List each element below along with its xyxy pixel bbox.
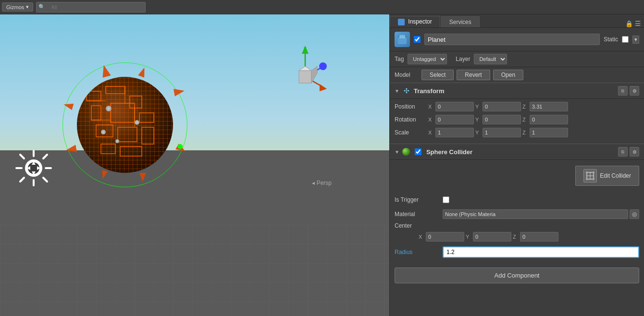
svg-rect-35 bbox=[299, 71, 311, 83]
persp-label: ◂ Persp bbox=[312, 180, 332, 186]
svg-point-48 bbox=[586, 178, 588, 180]
tab-right-icons: 🔒 ☰ bbox=[625, 20, 644, 27]
scale-x-input[interactable] bbox=[435, 128, 474, 137]
sun-icon bbox=[14, 149, 53, 187]
svg-line-6 bbox=[43, 178, 47, 182]
pos-y-input[interactable] bbox=[483, 102, 521, 111]
transform-settings-btn[interactable]: ⚙ bbox=[630, 86, 639, 96]
center-x-input[interactable] bbox=[426, 232, 464, 242]
inspector-panel: Inspector Services 🔒 ☰ Stati bbox=[389, 14, 644, 316]
svg-marker-37 bbox=[311, 66, 317, 83]
center-z-input[interactable] bbox=[520, 232, 558, 242]
add-component-btn[interactable]: Add Component bbox=[395, 267, 639, 283]
transform-collapse-arrow[interactable]: ▼ bbox=[395, 88, 399, 94]
layer-label: Layer bbox=[456, 56, 470, 62]
position-axis-group: X Y Z bbox=[428, 102, 639, 111]
layer-dropdown[interactable]: Default bbox=[474, 54, 507, 64]
is-trigger-label: Is Trigger bbox=[395, 196, 443, 203]
tag-dropdown[interactable]: Untagged bbox=[408, 54, 447, 64]
search-input[interactable] bbox=[47, 2, 143, 12]
center-y-input[interactable] bbox=[473, 232, 511, 242]
inspector-tab-icon bbox=[398, 19, 405, 25]
svg-rect-23 bbox=[101, 144, 115, 154]
transform-copy-btn[interactable]: ⎘ bbox=[618, 86, 628, 96]
object-name-input[interactable] bbox=[424, 34, 600, 45]
pos-z-input[interactable] bbox=[530, 102, 568, 111]
rot-z-label: Z bbox=[522, 117, 528, 122]
rot-x-input[interactable] bbox=[435, 115, 474, 124]
ground-plane bbox=[0, 150, 389, 316]
material-input[interactable] bbox=[443, 209, 628, 219]
collider-enabled-checkbox[interactable] bbox=[415, 148, 421, 155]
inspector-tabs: Inspector Services 🔒 ☰ bbox=[390, 14, 644, 28]
edit-collider-btn[interactable]: Edit Collider bbox=[575, 166, 639, 186]
static-dropdown-btn[interactable]: ▾ bbox=[632, 36, 639, 44]
material-picker-btn[interactable]: ◎ bbox=[630, 209, 639, 219]
scale-z-label: Z bbox=[522, 130, 528, 135]
svg-rect-40 bbox=[399, 35, 405, 38]
planet-object[interactable] bbox=[62, 62, 187, 187]
radius-row: Radius bbox=[395, 245, 639, 259]
static-checkbox[interactable] bbox=[622, 36, 629, 43]
collider-title: Sphere Collider bbox=[426, 148, 615, 156]
edit-collider-icon bbox=[583, 169, 597, 182]
rot-y-input[interactable] bbox=[483, 115, 521, 124]
material-row: Material ◎ bbox=[395, 208, 639, 220]
is-trigger-checkbox[interactable] bbox=[443, 196, 449, 203]
tab-services[interactable]: Services bbox=[441, 16, 480, 27]
gizmos-dropdown-icon: ▾ bbox=[26, 4, 29, 10]
rot-x-label: X bbox=[428, 117, 434, 122]
sphere-collider-icon bbox=[402, 148, 410, 156]
scale-y-input[interactable] bbox=[483, 128, 521, 137]
edit-collider-label: Edit Collider bbox=[600, 172, 631, 179]
gizmo-widget[interactable]: y bbox=[279, 43, 332, 106]
svg-line-42 bbox=[405, 35, 407, 37]
svg-rect-17 bbox=[91, 106, 101, 120]
collider-collapse-arrow[interactable]: ▼ bbox=[395, 149, 399, 155]
center-axis-group: X Y Z bbox=[419, 232, 639, 242]
gizmos-button[interactable]: Gizmos ▾ bbox=[2, 2, 33, 12]
transform-icon: ✣ bbox=[402, 86, 411, 95]
transform-right-icons: ⎘ ⚙ bbox=[618, 86, 639, 96]
collider-copy-btn[interactable]: ⎘ bbox=[618, 147, 628, 157]
svg-text:y: y bbox=[304, 45, 307, 51]
svg-line-8 bbox=[20, 178, 24, 182]
viewport[interactable]: y ◂ Persp bbox=[0, 14, 389, 316]
model-revert-btn[interactable]: Revert bbox=[457, 70, 490, 80]
pos-y-label: Y bbox=[475, 104, 481, 109]
scale-axis-group: X Y Z bbox=[428, 128, 639, 137]
svg-point-30 bbox=[319, 62, 327, 70]
object-active-checkbox[interactable] bbox=[414, 36, 421, 43]
svg-rect-19 bbox=[139, 113, 154, 122]
collider-settings-btn[interactable]: ⚙ bbox=[630, 147, 639, 157]
svg-marker-36 bbox=[299, 66, 311, 71]
svg-rect-24 bbox=[120, 146, 142, 156]
collider-fields: Edit Collider Is Trigger Material ◎ Cent… bbox=[390, 160, 644, 263]
position-row: Position X Y Z bbox=[395, 101, 639, 112]
model-open-btn[interactable]: Open bbox=[493, 70, 523, 80]
gizmos-label: Gizmos bbox=[6, 4, 24, 10]
svg-line-7 bbox=[43, 155, 47, 158]
collider-right-icons: ⎘ ⚙ bbox=[618, 147, 639, 157]
svg-marker-32 bbox=[320, 84, 327, 91]
lock-icon[interactable]: 🔒 bbox=[625, 20, 633, 27]
radius-input[interactable] bbox=[443, 246, 639, 258]
scale-y-label: Y bbox=[475, 130, 481, 135]
tab-inspector[interactable]: Inspector bbox=[390, 16, 440, 27]
selection-handle[interactable] bbox=[178, 144, 183, 149]
model-select-btn[interactable]: Select bbox=[421, 70, 454, 80]
svg-point-49 bbox=[593, 178, 594, 180]
svg-point-47 bbox=[593, 171, 594, 173]
rot-z-input[interactable] bbox=[530, 115, 568, 124]
scale-z-input[interactable] bbox=[530, 128, 568, 137]
main-area: y ◂ Persp Inspector Services 🔒 ☰ bbox=[0, 14, 644, 316]
top-toolbar: Gizmos ▾ 🔍 bbox=[0, 0, 644, 14]
search-icon: 🔍 bbox=[38, 4, 45, 10]
transform-section-header: ▼ ✣ Transform ⎘ ⚙ bbox=[390, 83, 644, 99]
scale-label: Scale bbox=[395, 129, 428, 136]
menu-icon[interactable]: ☰ bbox=[635, 20, 641, 27]
pos-x-input[interactable] bbox=[435, 102, 474, 111]
svg-line-5 bbox=[20, 155, 24, 158]
transform-fields: Position X Y Z Rotation X Y Z bbox=[390, 99, 644, 142]
svg-rect-22 bbox=[142, 127, 154, 144]
